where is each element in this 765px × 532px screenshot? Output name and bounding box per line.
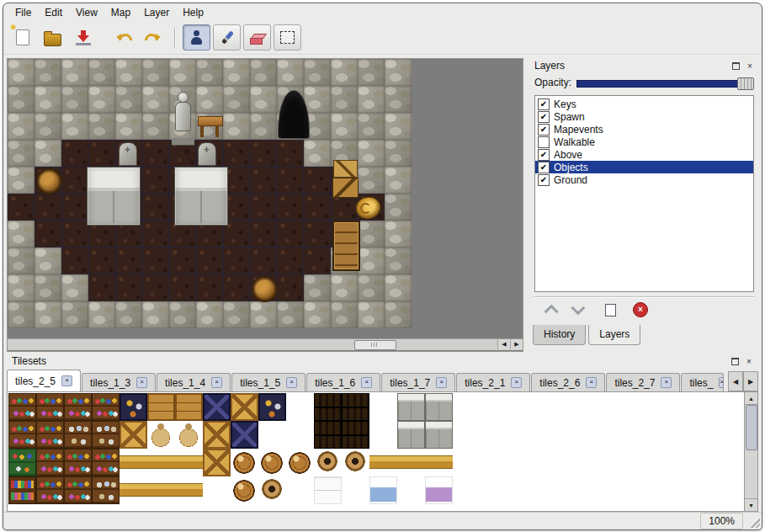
palette-tile-navy-crate[interactable] [231,421,258,449]
open-button[interactable] [39,24,66,51]
palette-tile-bench[interactable] [175,449,203,476]
palette-tile-stone-block[interactable] [425,393,453,421]
undo-button[interactable] [109,24,137,51]
palette-tile-empty[interactable] [369,421,397,449]
statue-object[interactable] [172,91,194,145]
layer-row-mapevents[interactable]: ✔Mapevents [535,123,753,136]
layer-row-ground[interactable]: ✔Ground [535,173,753,186]
layer-row-spawn[interactable]: ✔Spawn [535,110,753,123]
tileset-tab-tiles_1_5[interactable]: tiles_1_5× [231,373,305,391]
save-button[interactable] [69,24,97,51]
new-button[interactable] [8,24,36,51]
tileset-tab-tiles_2_5[interactable]: tiles_2_5× [7,370,81,391]
palette-tile-shelf-bottles[interactable] [8,393,36,421]
tombstone-object[interactable] [198,142,216,166]
palette-tile-dark-shelf[interactable] [342,393,369,421]
tileset-tab-tiles_2_7[interactable]: tiles_2_7× [606,373,680,391]
close-tab-icon[interactable]: × [436,377,447,388]
layer-row-keys[interactable]: ✔Keys [535,98,753,110]
tileset-tab-tiles_2_1[interactable]: tiles_2_1× [456,373,530,391]
map-hscrollbar-thumb[interactable] [354,340,396,350]
resize-grip[interactable] [748,516,760,528]
palette-tile-empty[interactable] [258,421,286,449]
tileset-tab-tiles_1_4[interactable]: tiles_1_4× [157,373,231,391]
palette-tile-bench[interactable] [120,449,147,476]
palette-tile-crate[interactable] [120,421,147,449]
dock-splitter[interactable] [523,58,529,352]
tileset-vscrollbar[interactable]: ▲ ▼ [744,392,757,511]
opacity-slider-handle[interactable] [737,77,754,90]
palette-tile-dark-crate[interactable] [258,393,286,421]
dock-tab-history[interactable]: History [533,325,586,345]
palette-tile-pot[interactable] [342,449,369,476]
layer-row-walkable[interactable]: Walkable [535,136,753,148]
menu-item-view[interactable]: View [69,4,104,21]
layer-visibility-checkbox[interactable]: ✔ [538,98,550,110]
map-hscrollbar[interactable]: ◀ ▶ [8,338,523,350]
close-tab-icon[interactable]: × [661,377,672,388]
palette-tile-bed-purple[interactable] [425,476,453,504]
close-panel-icon[interactable]: × [743,356,755,367]
brush-button[interactable] [213,24,241,51]
close-tab-icon[interactable]: × [211,377,222,388]
horn-object[interactable] [356,197,380,219]
select-button[interactable] [274,24,301,51]
scroll-left-button[interactable]: ◀ [497,339,510,349]
palette-tile-bench[interactable] [425,449,453,476]
crates-object[interactable] [332,160,359,199]
menu-item-edit[interactable]: Edit [38,4,69,21]
palette-tile-dark-shelf[interactable] [342,421,369,449]
palette-tile-empty[interactable] [369,393,397,421]
palette-tile-shelf-jars[interactable] [92,476,120,504]
palette-tile-bench[interactable] [175,476,203,504]
delete-layer-button[interactable]: × [632,302,649,317]
palette-tile-crate[interactable] [231,393,258,421]
layer-row-above[interactable]: ✔Above [535,148,753,161]
scroll-up-button[interactable]: ▲ [745,392,757,405]
close-tab-icon[interactable]: × [136,377,147,388]
palette-tile-barrel[interactable] [258,449,286,476]
palette-tile-empty[interactable] [286,393,314,421]
cabinet-object[interactable] [332,221,360,271]
float-panel-icon[interactable] [729,356,741,367]
tabs-scroll-right-button[interactable]: ▶ [743,371,758,391]
tileset-vscrollbar-thumb[interactable] [746,405,757,450]
tabs-scroll-left-button[interactable]: ◀ [728,371,743,391]
barrel-object[interactable] [36,168,62,194]
palette-tile-bench[interactable] [397,449,425,476]
menu-item-map[interactable]: Map [104,4,137,21]
palette-tile-dark-shelf[interactable] [314,393,342,421]
palette-tile-pot[interactable] [258,476,286,504]
duplicate-layer-button[interactable] [602,302,619,317]
palette-tile-dark-shelf[interactable] [314,421,342,449]
opacity-slider[interactable] [576,77,754,89]
palette-tile-empty[interactable] [203,476,231,504]
palette-tile-shelf-bottles[interactable] [92,393,120,421]
palette-tile-shelf-bottles[interactable] [36,421,64,449]
layer-visibility-checkbox[interactable]: ✔ [538,124,550,136]
crypt-object[interactable] [87,167,141,226]
palette-tile-pot[interactable] [314,449,342,476]
layer-visibility-checkbox[interactable]: ✔ [538,174,550,186]
palette-tile-bed-white[interactable] [314,476,342,504]
scroll-right-button[interactable]: ▶ [510,339,523,349]
close-tab-icon[interactable]: × [719,377,724,388]
float-panel-icon[interactable] [730,61,741,72]
palette-tile-shelf-jars[interactable] [64,421,92,449]
move-layer-up-button[interactable] [541,302,558,317]
palette-tile-sack[interactable] [175,421,203,449]
close-tab-icon[interactable]: × [511,377,522,388]
palette-tile-empty[interactable] [286,421,314,449]
palette-tile-bench[interactable] [369,449,397,476]
layer-visibility-checkbox[interactable]: ✔ [538,149,550,161]
palette-tile-empty[interactable] [342,476,369,504]
scroll-down-button[interactable]: ▼ [745,498,757,511]
stamp-button[interactable] [183,24,210,51]
palette-tile-navy-crate[interactable] [203,393,231,421]
palette-tile-bench[interactable] [120,476,147,504]
map-canvas[interactable] [8,59,521,338]
menu-item-layer[interactable]: Layer [137,4,176,21]
palette-tile-shelf-bottles[interactable] [64,476,92,504]
barrel-object[interactable] [252,276,278,302]
palette-tile-wood-crate[interactable] [147,393,175,421]
